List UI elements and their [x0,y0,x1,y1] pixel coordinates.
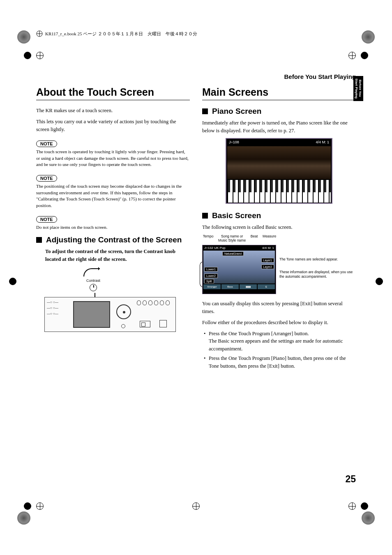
running-head: Before You Start Playing [284,73,356,80]
right-column: Main Screens Piano Screen Immediately af… [202,86,356,371]
beat-measure-readout: 4/4 M: 1 [262,246,274,250]
crop-corner-icon [17,30,30,44]
dial-icon [116,304,131,319]
tempo-buttons-icon [137,300,170,305]
callout-song: Song name or Music Style name [218,234,246,242]
crop-corner-icon [17,511,30,525]
bottom-tab: E [258,284,275,289]
bottom-tab: ▮▮▮▮ [240,284,257,289]
callout-tempo: Tempo [203,234,214,242]
bullet-list: Press the One Touch Program [Arranger] b… [204,330,356,370]
tone-label: Lower2 [204,274,218,278]
contrast-illustration: Contrast —○ ○——○ ○——○ ○— [44,268,176,334]
beat-measure-readout: 4/4 M: 1 [316,140,329,144]
bullet-text: Press the One Touch Program [Arranger] b… [209,331,309,336]
left-column: About the Touch Screen The KR makes use … [36,86,190,371]
registration-mark-icon [24,52,31,59]
registration-mark-icon [24,502,31,510]
crop-corner-icon [362,511,375,525]
note-text: The positioning of the touch screen may … [36,183,190,209]
disk-slot-icon [159,320,167,327]
volume-controls-icon: —○ ○——○ ○——○ ○— [47,299,58,317]
registration-mark-icon [361,52,368,59]
intro-text: This lets you carry out a wide variety o… [36,118,190,134]
contrast-knob-icon [90,284,97,291]
book-icon [36,30,43,37]
heading-contrast-text: Adjusting the Contrast of the Screen [46,235,182,244]
tone-label: Layer2 [261,265,274,269]
tone-label: Split [204,279,214,283]
bottom-tab: Arranger [203,284,221,289]
registration-mark-icon [9,278,16,285]
note-text: The touch screen is operated by touching… [36,149,190,168]
bullet-subtext: The Basic screen appears and the setting… [209,337,356,353]
heading-about-touch: About the Touch Screen [36,86,190,100]
rotate-arrow-icon [83,268,100,276]
callout-accompaniment: These information are displayed, when yo… [279,270,356,279]
callout-tone-names: The Tone names are selected appear. [279,257,356,262]
registration-mark-icon [376,278,383,285]
book-header-text: KR117_r_e.book 25 ページ ２００５年１１月８日 火曜日 午後４… [45,31,197,37]
heading-basic-text: Basic Screen [212,211,261,220]
bullet-text: Press the One Touch Program [Piano] butt… [209,355,346,369]
small-knob-icon [121,324,125,328]
piano-screen-figure: J=108 4/4 M: 1 [226,138,332,204]
heading-main-screens: Main Screens [202,86,356,100]
tempo-readout: J=108 [229,140,239,144]
square-bullet-icon [202,213,208,219]
heading-basic-screen: Basic Screen [202,211,356,220]
contrast-instruction: To adjust the contrast of the screen, tu… [45,248,190,263]
contrast-label: Contrast [86,279,100,283]
tone-label: Lower1 [204,267,218,272]
callout-row: Tempo Song name or Music Style name Beat… [201,234,279,242]
basic-p2: Follow either of the procedures describe… [202,319,356,327]
intro-text: The KR makes use of a touch screen. [36,107,190,115]
note-label: NOTE [36,140,57,147]
rec-buttons-icon [140,321,150,327]
note-label: NOTE [36,175,57,182]
callouts-right: The Tone names are selected appear. Thes… [279,245,356,287]
crop-corner-icon [362,30,375,44]
page-number: 25 [345,474,356,485]
bottom-tab: Bass [221,284,239,289]
tempo-style-readout: J=132 UK Pop [204,246,226,250]
list-item: Press the One Touch Program [Arranger] b… [204,330,356,353]
square-bullet-icon [36,237,42,243]
tone-label: Layer1 [261,258,274,263]
heading-contrast: Adjusting the Contrast of the Screen [36,235,190,244]
basic-p1: You can usually display this screen by p… [202,300,356,315]
note-text: Do not place items on the touch screen. [36,224,190,230]
list-item: Press the One Touch Program [Piano] butt… [204,355,356,370]
note-label: NOTE [36,216,57,223]
callout-measure: Measure [263,234,276,242]
page-content: KR117_r_e.book 25 ページ ２００５年１１月８日 火曜日 午後４… [36,29,356,522]
book-header: KR117_r_e.book 25 ページ ２００５年１１月８日 火曜日 午後４… [36,29,356,39]
piano-screen-text: Immediately after the power is turned on… [202,119,356,135]
square-bullet-icon [202,108,208,114]
lcd-screen-icon [73,301,110,328]
tone-label: NaturalGrand [222,251,244,256]
basic-intro-text: The following screen is called Basic scr… [202,223,356,231]
heading-piano-text: Piano Screen [212,107,261,116]
registration-mark-icon [361,502,368,510]
callout-beat: Beat [251,234,258,242]
piano-keys-icon [227,180,331,203]
piano-photo [227,146,331,179]
basic-screenshot: J=132 UK Pop 4/4 M: 1 NaturalGrand Layer… [202,245,276,294]
basic-screen-figure: J=132 UK Pop 4/4 M: 1 NaturalGrand Layer… [202,245,356,294]
heading-piano-screen: Piano Screen [202,107,356,116]
